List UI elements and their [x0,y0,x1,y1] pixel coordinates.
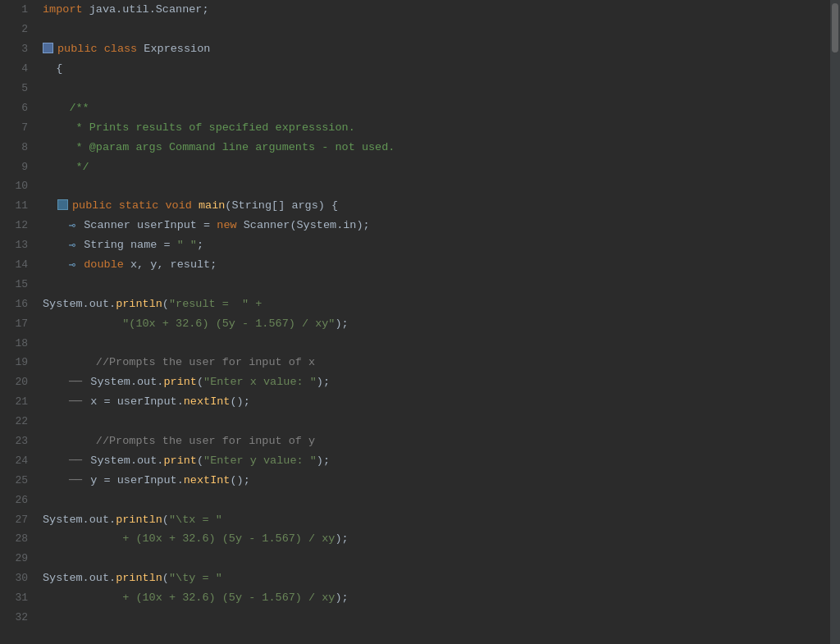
token-white: .out. [83,514,116,526]
token-white: ); [317,376,330,388]
code-line [43,274,830,294]
code-line: ⊸ Scanner userInput = new Scanner(System… [43,216,830,235]
line-number: 5 [0,79,34,98]
code-line: System.out.println("result = " + [43,294,830,313]
token-comment: //Prompts the user for input of y [43,435,315,447]
token-white: ( [225,199,231,212]
arrow-indicator: ⊸ [69,238,82,252]
token-white: ; [210,258,217,271]
token-comment: //Prompts the user for input of x [43,356,315,368]
line-number: 10 [0,176,34,196]
code-line: ⊸ double x, y, result; [43,255,830,275]
token-string-val: + (10x + 32.6) (5y - 1.567) / xy [43,532,335,545]
line-number: 30 [0,569,34,588]
token-kw-new: new [217,219,243,231]
line-number: 28 [0,529,34,549]
token-string-val: "\tx = " [169,514,222,526]
token-white: ( [162,298,169,310]
token-string-val: " " [177,239,197,251]
scrollbar-thumb[interactable] [832,3,838,53]
line-number: 7 [0,117,34,137]
class-icon [43,43,53,53]
token-kw-public: public [57,43,104,55]
code-line: "(10x + 32.6) (5y - 1.567) / xy"); [43,313,830,333]
token-white: .in); [336,219,370,231]
line-number: 20 [0,372,34,392]
token-kw-class: class [104,43,144,55]
line-number: 1 [0,0,34,20]
token-string-val: + (10x + 32.6) (5y - 1.567) / xy [43,591,335,604]
code-line: * Prints results of specified expresssio… [43,117,830,137]
token-string-val: "Enter y value: " [203,454,317,467]
code-line: ── System.out.print("Enter y value: "); [43,450,830,470]
code-line: { [43,59,830,79]
code-line [43,333,830,353]
token-white: ( [290,219,296,231]
token-string-val: "Enter x value: " [203,376,317,388]
code-line: ── y = userInput.nextInt(); [43,470,830,490]
token-white: .out. [83,298,116,310]
dash-indicator: ── [69,395,89,408]
token-white: , [137,258,150,271]
token-kw-double: double [84,258,130,271]
code-line: public static void main(String[] args) { [43,196,830,216]
code-line: + (10x + 32.6) (5y - 1.567) / xy); [43,529,830,549]
token-method-name: println [116,514,162,526]
code-line: * @param args Command line arguments - n… [43,137,830,157]
scrollbar[interactable] [830,0,840,644]
code-line: System.out.println("\ty = " [43,569,830,588]
line-number: 12 [0,216,34,235]
code-line: //Prompts the user for input of y [43,432,830,451]
token-white: ); [317,454,330,467]
line-number: 18 [0,333,34,353]
token-class-name: System [90,376,130,388]
token-kw-static: static [119,199,166,212]
token-white: (); [230,395,249,408]
line-number: 16 [0,294,34,313]
token-local-var: result [171,258,211,271]
token-class-name: System [43,572,83,584]
token-method-name: println [116,298,162,310]
token-javadoc: * Prints results of specified expresssio… [43,121,355,134]
token-kw-public: public [72,199,119,212]
token-local-var: name [130,239,157,251]
token-class-name: Scanner [244,219,290,231]
token-white: = [197,219,217,231]
token-white: [] [272,199,291,212]
token-javadoc: */ [43,161,89,173]
token-white: .out. [130,376,164,388]
token-string-val: "\ty = " [169,572,222,584]
token-class-name: System [43,514,83,526]
method-icon [57,199,68,210]
line-number: 21 [0,392,34,412]
code-line [43,79,830,98]
line-number: 3 [0,39,34,59]
line-number: 23 [0,432,34,451]
code-line [43,608,830,628]
code-line [43,549,830,569]
token-kw-void: void [165,199,199,212]
code-line [43,20,830,39]
token-method-name: println [116,572,162,584]
token-white: (); [230,474,249,486]
token-white: ); [335,317,348,330]
code-line: ⊸ String name = " "; [43,235,830,255]
line-number: 4 [0,59,34,79]
dash-indicator: ── [69,454,89,467]
token-method-name: nextInt [184,474,231,486]
token-white: ( [197,454,203,467]
line-number: 15 [0,274,34,294]
token-param: args [291,199,317,212]
line-number: 8 [0,137,34,157]
code-area[interactable]: import java.util.Scanner;public class Ex… [34,0,830,644]
token-class-name: System [297,219,337,231]
code-line [43,490,830,509]
token-white: , [157,258,170,271]
token-white: ( [197,376,203,388]
token-white: java.util.Scanner; [89,3,209,16]
token-javadoc: * @param args [43,141,169,153]
code-line: import java.util.Scanner; [43,0,830,20]
line-number: 2 [0,20,34,39]
arrow-indicator: ⊸ [69,218,82,232]
token-class-name: String [231,199,272,212]
